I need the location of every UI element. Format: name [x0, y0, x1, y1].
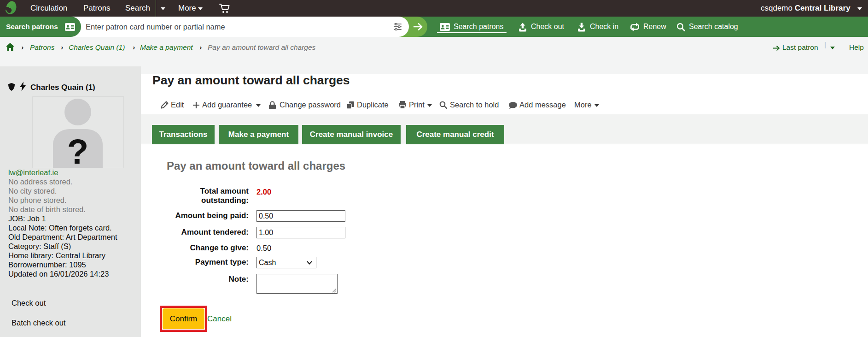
svg-text:?: ?: [67, 132, 88, 168]
